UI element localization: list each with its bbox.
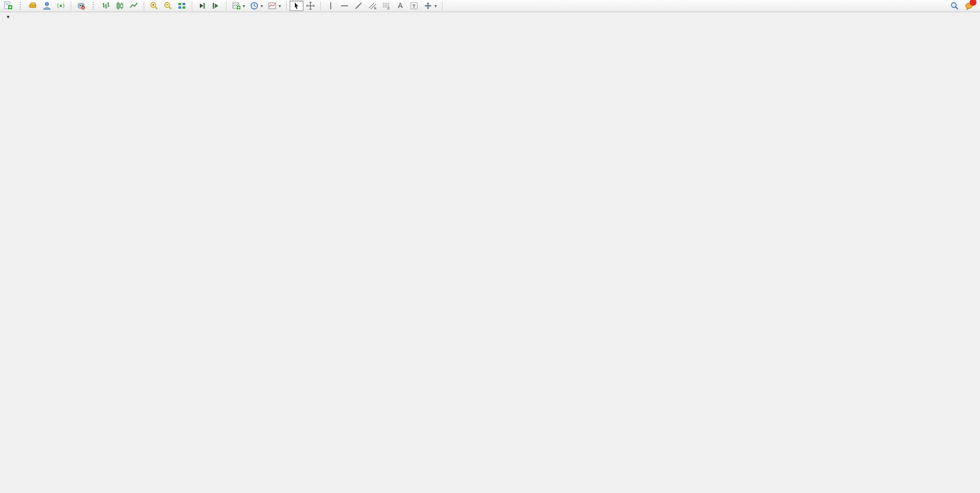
vertical-line-icon bbox=[326, 1, 335, 10]
market-watch-icon bbox=[28, 1, 38, 10]
tile-windows-icon bbox=[177, 1, 187, 10]
crosshair-tool-button[interactable] bbox=[303, 1, 317, 11]
channel-icon: E bbox=[368, 1, 377, 10]
svg-text:E: E bbox=[374, 6, 376, 10]
bars-chart-button[interactable] bbox=[99, 1, 113, 11]
cursor-icon bbox=[292, 1, 301, 10]
bars-chart-icon bbox=[101, 1, 111, 10]
line-chart-icon bbox=[129, 1, 138, 10]
market-watch-button[interactable] bbox=[26, 1, 40, 11]
period-button[interactable]: ▾ bbox=[247, 1, 265, 11]
auto-scroll-button[interactable] bbox=[195, 1, 209, 11]
toolbar: ▾ ▾ ▾ E F A T ▾ bbox=[0, 0, 980, 12]
text-tool-button[interactable]: A bbox=[393, 1, 407, 11]
line-chart-button[interactable] bbox=[127, 1, 141, 11]
label-icon: T bbox=[409, 1, 419, 10]
channel-tool-button[interactable]: E bbox=[365, 1, 379, 11]
toolbar-grip bbox=[20, 2, 23, 10]
chart-canvas[interactable] bbox=[0, 12, 980, 493]
autotrading-icon bbox=[76, 1, 86, 10]
zoom-out-icon bbox=[163, 1, 173, 10]
fibonacci-icon: F bbox=[382, 1, 391, 10]
signals-button[interactable] bbox=[54, 1, 68, 11]
label-tool-button[interactable]: T bbox=[407, 1, 421, 11]
tile-windows-button[interactable] bbox=[175, 1, 189, 11]
search-icon bbox=[950, 1, 959, 10]
svg-text:T: T bbox=[412, 3, 416, 9]
trendline-tool-button[interactable] bbox=[352, 1, 365, 11]
chart-shift-button[interactable] bbox=[209, 1, 223, 11]
new-chart-button[interactable]: ▾ bbox=[229, 1, 247, 11]
profiles-icon bbox=[42, 1, 52, 10]
notification-badge bbox=[970, 0, 977, 6]
fibonacci-tool-button[interactable]: F bbox=[379, 1, 393, 11]
new-order-icon bbox=[3, 1, 13, 10]
zoom-in-icon bbox=[149, 1, 159, 10]
text-icon: A bbox=[396, 1, 405, 10]
timeframe-group bbox=[444, 0, 447, 12]
mt4-app: ▾ ▾ ▾ E F A T ▾ bbox=[0, 0, 980, 493]
svg-text:F: F bbox=[387, 7, 390, 10]
signals-icon bbox=[56, 1, 65, 10]
shapes-tool-button[interactable]: ▾ bbox=[421, 1, 439, 11]
chart-region: ▼ bbox=[0, 12, 980, 493]
indicators-icon bbox=[268, 1, 277, 10]
toolbar-grip bbox=[93, 2, 96, 10]
shapes-icon bbox=[423, 1, 433, 10]
chart-shift-icon bbox=[211, 1, 221, 10]
horizontal-line-tool-button[interactable] bbox=[338, 1, 352, 11]
collapse-panel-icon[interactable]: ▼ bbox=[6, 14, 10, 20]
autotrading-button[interactable] bbox=[74, 1, 90, 11]
indicators-button[interactable]: ▾ bbox=[265, 1, 283, 11]
chart-header: ▼ bbox=[6, 14, 17, 20]
new-chart-icon bbox=[232, 1, 241, 10]
period-icon bbox=[250, 1, 259, 10]
search-button[interactable] bbox=[948, 1, 961, 11]
vertical-line-tool-button[interactable] bbox=[324, 1, 338, 11]
trendline-icon bbox=[354, 1, 363, 10]
auto-scroll-icon bbox=[198, 1, 207, 10]
zoom-in-button[interactable] bbox=[147, 1, 161, 11]
profiles-button[interactable] bbox=[40, 1, 54, 11]
new-order-button[interactable] bbox=[1, 1, 17, 11]
candles-chart-button[interactable] bbox=[113, 1, 127, 11]
cursor-tool-button[interactable] bbox=[290, 1, 303, 11]
zoom-out-button[interactable] bbox=[161, 1, 175, 11]
crosshair-icon bbox=[306, 1, 315, 10]
notifications-button[interactable] bbox=[961, 1, 977, 11]
candles-chart-icon bbox=[115, 1, 125, 10]
horizontal-line-icon bbox=[340, 1, 349, 10]
